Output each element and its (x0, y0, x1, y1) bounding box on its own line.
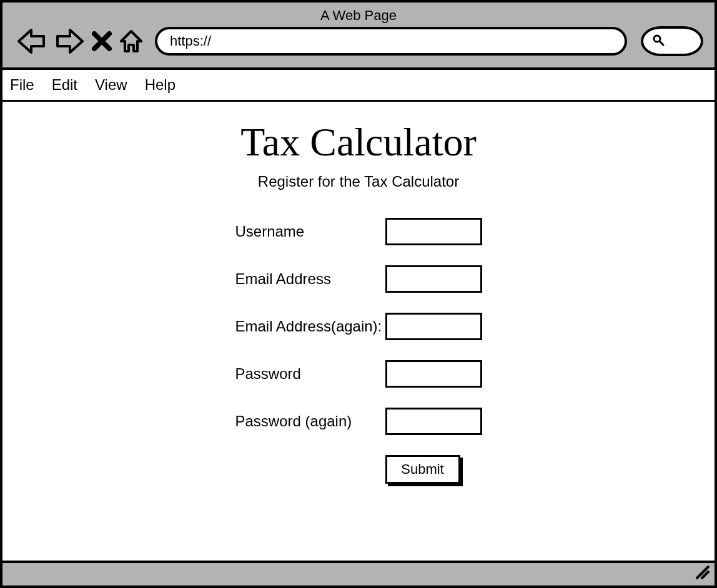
label-password-again: Password (again) (235, 413, 385, 430)
page-content: Tax Calculator Register for the Tax Calc… (2, 102, 715, 486)
stop-icon[interactable] (91, 31, 112, 52)
search-button[interactable] (641, 26, 703, 56)
label-username: Username (235, 223, 385, 240)
browser-chrome-top: A Web Page (2, 2, 715, 70)
menu-bar: File Edit View Help (2, 70, 715, 102)
label-email: Email Address (235, 270, 385, 288)
submit-label: Submit (401, 461, 443, 478)
input-password[interactable] (385, 360, 482, 388)
form-row-password-again: Password (again) (235, 408, 482, 435)
page-title: Tax Calculator (2, 119, 715, 165)
menu-item-view[interactable]: View (95, 76, 127, 94)
input-email-again[interactable] (385, 313, 482, 340)
search-icon (652, 34, 665, 49)
nav-icons (9, 27, 144, 55)
input-password-again[interactable] (385, 408, 482, 435)
form-row-password: Password (235, 360, 482, 388)
back-arrow-icon[interactable] (16, 27, 47, 55)
page-subtitle: Register for the Tax Calculator (2, 173, 715, 190)
browser-chrome-bottom (2, 561, 715, 586)
svg-line-1 (660, 41, 663, 45)
url-bar[interactable]: https:// (155, 27, 627, 56)
menu-item-file[interactable]: File (10, 76, 34, 94)
form-row-email: Email Address (235, 265, 482, 293)
label-password: Password (235, 365, 385, 383)
form-row-username: Username (235, 218, 482, 245)
forward-arrow-icon[interactable] (54, 27, 85, 55)
menu-item-edit[interactable]: Edit (52, 76, 77, 94)
resize-grip-icon[interactable] (693, 563, 711, 583)
browser-window: A Web Page (0, 0, 717, 588)
home-icon[interactable] (119, 29, 144, 54)
browser-toolbar: https:// (9, 26, 708, 56)
form-row-email-again: Email Address(again): (235, 313, 482, 340)
browser-title: A Web Page (9, 7, 708, 24)
menu-item-help[interactable]: Help (145, 76, 176, 94)
input-email[interactable] (385, 265, 482, 293)
register-form: Username Email Address Email Address(aga… (235, 218, 482, 486)
input-username[interactable] (385, 218, 482, 245)
submit-wrap: Submit (385, 455, 460, 486)
submit-button[interactable]: Submit (385, 455, 460, 484)
url-text: https:// (170, 33, 211, 49)
label-email-again: Email Address(again): (235, 318, 385, 335)
